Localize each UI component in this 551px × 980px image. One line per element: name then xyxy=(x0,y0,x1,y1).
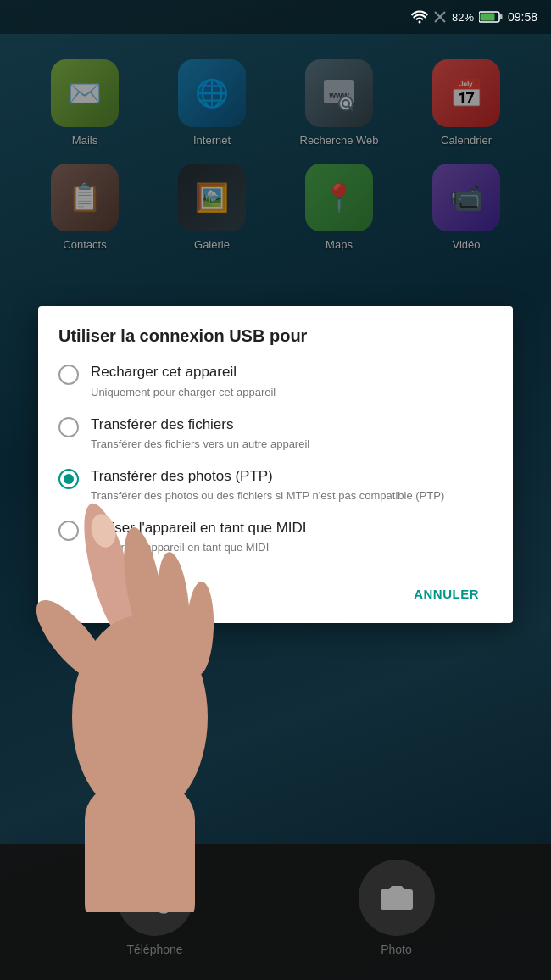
svg-rect-2 xyxy=(499,14,502,19)
status-bar: 82% 09:58 xyxy=(0,0,551,34)
option-midi-label: Utiliser l'appareil en tant que MIDI xyxy=(91,519,493,537)
option-files-sublabel: Transférer des fichiers vers un autre ap… xyxy=(91,437,493,452)
dialog-actions: ANNULER xyxy=(58,571,493,616)
option-photos-sublabel: Transférer des photos ou des fichiers si… xyxy=(91,488,493,504)
wifi-icon xyxy=(411,10,428,24)
option-charge-content: Recharger cet appareil Uniquement pour c… xyxy=(91,363,493,399)
radio-charge[interactable] xyxy=(58,365,79,385)
signal-icon xyxy=(433,10,447,24)
cancel-button[interactable]: ANNULER xyxy=(400,578,493,610)
radio-photos[interactable] xyxy=(58,469,79,489)
radio-files[interactable] xyxy=(58,417,79,437)
option-files-content: Transférer des fichiers Transférer des f… xyxy=(91,415,493,452)
usb-dialog: Utiliser la connexion USB pour Recharger… xyxy=(38,306,513,622)
option-midi[interactable]: Utiliser l'appareil en tant que MIDI Uti… xyxy=(58,519,493,555)
status-icons: 82% 09:58 xyxy=(411,10,537,24)
option-files-label: Transférer des fichiers xyxy=(91,415,493,434)
dialog-overlay: Utiliser la connexion USB pour Recharger… xyxy=(0,0,551,980)
svg-rect-1 xyxy=(480,14,494,21)
option-midi-content: Utiliser l'appareil en tant que MIDI Uti… xyxy=(91,519,493,555)
radio-midi[interactable] xyxy=(58,521,79,541)
option-charge[interactable]: Recharger cet appareil Uniquement pour c… xyxy=(58,363,493,399)
option-midi-sublabel: Utiliser cet appareil en tant que MIDI xyxy=(91,540,493,555)
clock: 09:58 xyxy=(508,10,537,24)
option-photos[interactable]: Transférer des photos (PTP) Transférer d… xyxy=(58,467,493,504)
option-files[interactable]: Transférer des fichiers Transférer des f… xyxy=(58,415,493,452)
battery-percentage: 82% xyxy=(452,11,474,24)
option-photos-label: Transférer des photos (PTP) xyxy=(91,467,493,486)
battery-icon xyxy=(479,11,503,23)
option-photos-content: Transférer des photos (PTP) Transférer d… xyxy=(91,467,493,504)
option-charge-label: Recharger cet appareil xyxy=(91,363,493,381)
option-charge-sublabel: Uniquement pour charger cet appareil xyxy=(91,385,493,400)
dialog-title: Utiliser la connexion USB pour xyxy=(58,326,493,346)
